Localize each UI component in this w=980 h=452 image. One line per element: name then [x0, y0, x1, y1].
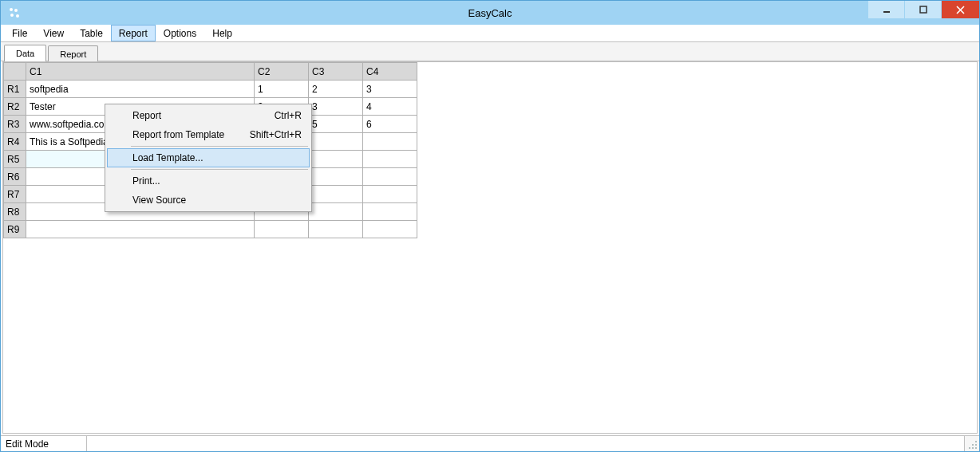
col-header-c1[interactable]: C1: [26, 63, 255, 81]
titlebar[interactable]: EasyCalc: [1, 1, 979, 25]
cell[interactable]: softpedia: [26, 81, 255, 98]
menu-separator: [131, 146, 308, 147]
svg-point-11: [969, 447, 970, 449]
menu-item-shortcut: Ctrl+R: [275, 110, 302, 121]
cell[interactable]: [363, 133, 417, 151]
app-window: EasyCalc FileViewTableReportOptionsHelp …: [0, 0, 980, 452]
svg-rect-5: [920, 6, 927, 13]
status-mode: Edit Mode: [1, 436, 87, 451]
cell[interactable]: [255, 221, 309, 238]
menu-item-label: Print...: [132, 175, 160, 187]
minimize-button[interactable]: [867, 1, 904, 18]
row-header-r5[interactable]: R5: [4, 151, 26, 168]
row-header-r4[interactable]: R4: [4, 133, 26, 151]
row-header-r9[interactable]: R9: [4, 221, 26, 238]
svg-point-9: [972, 444, 974, 446]
menu-file[interactable]: File: [4, 25, 35, 41]
row-header-r2[interactable]: R2: [4, 98, 26, 116]
col-header-c3[interactable]: C3: [309, 63, 363, 81]
window-controls: [867, 1, 979, 18]
cell[interactable]: 5: [309, 116, 363, 133]
menu-table[interactable]: Table: [72, 25, 111, 41]
col-header-c2[interactable]: C2: [255, 63, 309, 81]
menu-separator: [131, 169, 308, 170]
cell[interactable]: [363, 221, 417, 238]
cell[interactable]: [363, 186, 417, 203]
cell[interactable]: 4: [363, 98, 417, 116]
tab-report[interactable]: Report: [48, 45, 98, 61]
row-header-r6[interactable]: R6: [4, 168, 26, 186]
cell[interactable]: [309, 168, 363, 186]
cell[interactable]: [26, 221, 255, 238]
row-header-r3[interactable]: R3: [4, 116, 26, 133]
menu-item-label: Report from Template: [132, 129, 224, 140]
cell[interactable]: [309, 203, 363, 221]
menu-item-report-from-template[interactable]: Report from TemplateShift+Ctrl+R: [107, 125, 310, 144]
menu-item-label: Load Template...: [132, 152, 204, 163]
svg-point-0: [10, 8, 13, 11]
cell[interactable]: [363, 151, 417, 168]
svg-point-1: [14, 9, 18, 12]
cell[interactable]: [309, 186, 363, 203]
menu-item-label: View Source: [132, 195, 186, 206]
menu-options[interactable]: Options: [156, 25, 204, 41]
row-header-r8[interactable]: R8: [4, 203, 26, 221]
maximize-button[interactable]: [904, 1, 941, 18]
svg-point-2: [10, 14, 14, 17]
report-menu-dropdown[interactable]: ReportCtrl+RReport from TemplateShift+Ct…: [105, 104, 312, 212]
cell[interactable]: 3: [363, 81, 417, 98]
menu-item-report[interactable]: ReportCtrl+R: [107, 106, 310, 125]
cell[interactable]: [363, 168, 417, 186]
statusbar: Edit Mode: [1, 435, 979, 451]
row-header-r1[interactable]: R1: [4, 81, 26, 98]
cell[interactable]: [363, 203, 417, 221]
svg-point-8: [975, 447, 977, 449]
menu-report[interactable]: Report: [111, 25, 156, 41]
menu-item-shortcut: Shift+Ctrl+R: [250, 129, 302, 140]
cell[interactable]: [309, 133, 363, 151]
tabstrip: DataReport: [1, 42, 979, 61]
menu-item-print[interactable]: Print...: [107, 171, 310, 191]
row-header-r7[interactable]: R7: [4, 186, 26, 203]
cell[interactable]: 3: [309, 98, 363, 116]
window-title: EasyCalc: [1, 7, 979, 19]
cell[interactable]: 6: [363, 116, 417, 133]
svg-point-10: [972, 447, 974, 449]
svg-point-7: [975, 444, 977, 446]
svg-point-3: [16, 14, 19, 18]
menu-item-load-template[interactable]: Load Template...: [107, 148, 310, 167]
resize-grip[interactable]: [965, 436, 979, 451]
svg-rect-4: [883, 11, 890, 13]
svg-point-6: [975, 441, 977, 442]
menu-help[interactable]: Help: [204, 25, 240, 41]
tab-data[interactable]: Data: [4, 45, 46, 61]
cell[interactable]: [309, 151, 363, 168]
cell[interactable]: [309, 221, 363, 238]
close-button[interactable]: [941, 1, 979, 18]
cell[interactable]: 1: [255, 81, 309, 98]
menu-item-label: Report: [132, 110, 161, 121]
cell[interactable]: 2: [309, 81, 363, 98]
status-empty: [87, 436, 965, 451]
grid-corner[interactable]: [4, 63, 26, 81]
main-area: SOFTPEDIA C1C2C3C4R1softpedia123R2Tester…: [2, 61, 978, 434]
menu-item-view-source[interactable]: View Source: [107, 191, 310, 210]
col-header-c4[interactable]: C4: [363, 63, 417, 81]
app-icon: [7, 6, 22, 20]
menu-view[interactable]: View: [35, 25, 72, 41]
menubar: FileViewTableReportOptionsHelp: [1, 25, 979, 42]
